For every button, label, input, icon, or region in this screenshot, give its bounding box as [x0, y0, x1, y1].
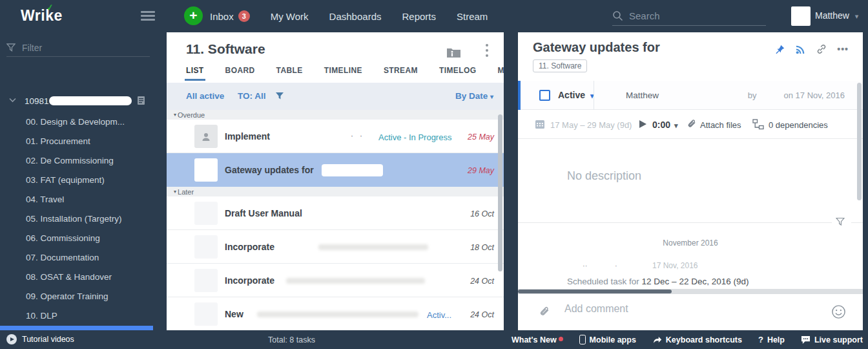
project-root-item[interactable]: 10981 — [0, 94, 167, 110]
user-menu[interactable]: Matthew ▾ — [815, 10, 858, 21]
sidebar-item-00-design[interactable]: 00. Design & Developm... — [0, 112, 153, 132]
top-bar: Wrike ✓ + Inbox 3 My Work Dashboards Rep… — [0, 0, 868, 32]
tab-more[interactable]: MORE — [497, 66, 504, 81]
list-panel-title: 11. Software — [186, 41, 265, 57]
nav-inbox-label: Inbox — [210, 11, 234, 22]
sidebar-item-03-fat[interactable]: 03. FAT (equipment) — [0, 171, 153, 190]
horizontal-scrollbar-thumb[interactable] — [518, 290, 672, 293]
detail-scrollbar[interactable] — [857, 83, 862, 200]
nav-dashboards[interactable]: Dashboards — [329, 11, 382, 22]
whats-new-link[interactable]: What's New — [512, 335, 563, 344]
collapse-triangle-icon: ▾ — [174, 189, 176, 195]
description-placeholder[interactable]: No description — [567, 169, 641, 183]
status-dropdown[interactable]: Active ▾ — [558, 90, 594, 100]
more-menu-icon[interactable] — [486, 44, 488, 59]
keyboard-shortcuts-link[interactable]: Keyboard shortcuts — [652, 335, 742, 344]
tab-list[interactable]: LIST — [186, 66, 204, 81]
add-task-button[interactable]: + — [184, 6, 203, 25]
filter-funnel-icon[interactable] — [275, 92, 284, 100]
task-due-date: 25 May — [468, 132, 494, 142]
filter-to-all[interactable]: TO: All — [238, 91, 266, 101]
task-row-draft-user-manual[interactable]: Draft User Manual 16 Oct — [167, 196, 504, 230]
search-icon — [612, 10, 623, 21]
question-mark-icon: ? — [758, 335, 763, 344]
timer-play-icon[interactable] — [639, 120, 646, 128]
task-list: ▾ Overdue Implement ·· Active - In Progr… — [167, 110, 504, 330]
add-comment-input[interactable] — [564, 303, 816, 315]
assignee-avatar-redacted — [194, 158, 218, 182]
project-root-label: 10981 — [25, 96, 49, 106]
paperclip-icon[interactable] — [539, 305, 550, 319]
task-row-incorporate-2[interactable]: Incorporate 24 Oct — [167, 264, 504, 297]
sidebar-item-08-osat[interactable]: 08. OSAT & Handover — [0, 268, 153, 287]
attach-files-button[interactable]: Attach files — [700, 120, 741, 130]
sidebar-item-05-installation[interactable]: 05. Installation (Targetry) — [0, 209, 153, 229]
stream-month-label: November 2016 — [518, 238, 863, 248]
sidebar-item-06-commissioning[interactable]: 06. Commissioning — [0, 229, 153, 248]
task-due-date: 29 May — [468, 166, 494, 175]
list-scrollbar[interactable] — [498, 114, 502, 271]
filter-all-active[interactable]: All active — [186, 91, 224, 101]
nav-my-work[interactable]: My Work — [271, 11, 309, 22]
time-tracker[interactable]: 0:00▾ — [652, 120, 678, 130]
hamburger-menu-icon[interactable] — [141, 11, 155, 23]
stream-filter-funnel-icon[interactable] — [836, 217, 845, 226]
emoji-icon[interactable] — [831, 304, 846, 319]
task-row-new[interactable]: New Activ... 24 Oct — [167, 297, 504, 330]
sort-by-date[interactable]: By Date ▾ — [455, 91, 493, 101]
tab-table[interactable]: TABLE — [276, 66, 303, 81]
meta-row: 17 May – 29 May (9d) 0:00▾ Attach files … — [518, 110, 863, 139]
chat-bubble-icon — [801, 335, 811, 344]
section-header-later[interactable]: ▾ Later — [167, 187, 504, 196]
sidebar-item-01-procurement[interactable]: 01. Procurement — [0, 132, 153, 151]
folder-tag[interactable]: 11. Software — [533, 59, 587, 72]
complete-checkbox[interactable] — [539, 90, 550, 101]
assignee-avatar-placeholder — [194, 269, 218, 292]
sidebar-item-07-documentation[interactable]: 07. Documentation — [0, 248, 153, 268]
chevron-down-icon: ▾ — [855, 12, 859, 20]
sidebar-item-02-de-commissioning[interactable]: 02. De Commissioning — [0, 151, 153, 171]
tab-board[interactable]: BOARD — [225, 66, 255, 81]
more-options-icon[interactable]: ••• — [837, 44, 849, 54]
wrike-logo-check-icon: ✓ — [46, 2, 54, 12]
wrike-logo[interactable]: Wrike ✓ — [21, 7, 63, 25]
permalink-icon[interactable] — [816, 43, 827, 55]
task-row-incorporate-1[interactable]: Incorporate 18 Oct — [167, 230, 504, 264]
horizontal-scrollbar-track[interactable] — [518, 289, 863, 294]
chevron-down-icon: ▾ — [490, 93, 493, 100]
tutorial-videos-link[interactable]: Tutorial videos — [6, 334, 74, 344]
dependencies-button[interactable]: 0 dependencies — [769, 120, 828, 130]
task-title: Gateway updates for — [225, 165, 314, 175]
folder-info-icon[interactable] — [446, 47, 461, 58]
nav-inbox[interactable]: Inbox 3 — [210, 10, 250, 22]
sidebar-item-10-dlp[interactable]: 10. DLP — [0, 306, 153, 326]
nav-stream[interactable]: Stream — [457, 11, 488, 22]
divider — [851, 222, 863, 223]
bottom-bar: Tutorial videos Total: 8 tasks What's Ne… — [0, 330, 868, 349]
task-date-range[interactable]: 17 May – 29 May (9d) — [550, 120, 632, 130]
tab-timeline[interactable]: TIMELINE — [324, 66, 362, 81]
help-link[interactable]: ? Help — [758, 335, 785, 344]
calendar-icon[interactable] — [535, 119, 545, 129]
search-input[interactable] — [629, 10, 752, 21]
sidebar-item-09-operator-training[interactable]: 09. Operator Training — [0, 287, 153, 306]
document-icon — [137, 96, 145, 105]
rss-follow-icon[interactable] — [795, 44, 806, 55]
section-header-overdue[interactable]: ▾ Overdue — [167, 110, 504, 120]
sidebar-item-04-travel[interactable]: 04. Travel — [0, 190, 153, 209]
stream-scheduled-entry: Scheduled task for 12 Dec – 22 Dec, 2016… — [567, 277, 749, 286]
task-row-gateway-updates[interactable]: Gateway updates for 29 May — [167, 153, 504, 187]
sidebar-filter-input[interactable] — [22, 43, 138, 53]
live-support-link[interactable]: Live support — [801, 335, 863, 344]
tab-stream[interactable]: STREAM — [384, 66, 418, 81]
user-avatar[interactable] — [791, 6, 811, 26]
task-title: New — [225, 309, 243, 319]
assignee-name[interactable]: Matthew — [626, 90, 659, 100]
pin-icon[interactable] — [774, 44, 785, 55]
task-row-implement[interactable]: Implement ·· Active - In Progress 25 May — [167, 120, 504, 153]
user-name: Matthew — [815, 10, 849, 21]
tab-timelog[interactable]: TIMELOG — [439, 66, 476, 81]
mobile-apps-link[interactable]: Mobile apps — [579, 335, 636, 344]
nav-reports[interactable]: Reports — [402, 11, 436, 22]
filter-funnel-icon — [6, 43, 16, 52]
